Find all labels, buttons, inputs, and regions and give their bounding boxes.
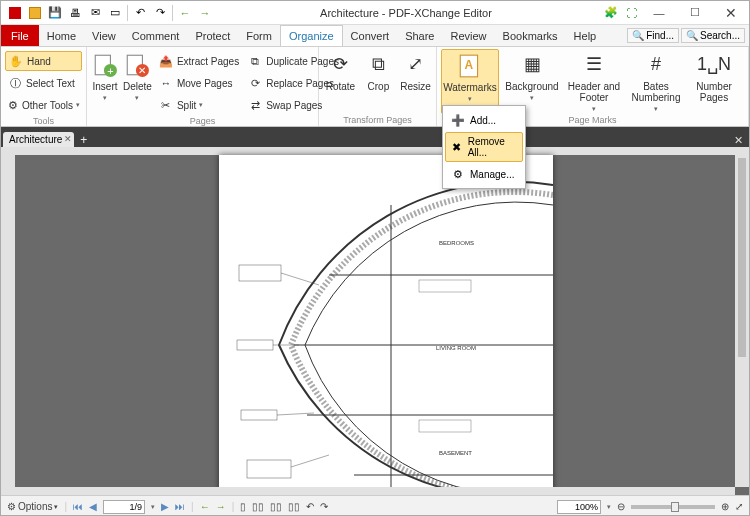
svg-text:A: A <box>465 58 474 72</box>
add-label: Add... <box>470 115 496 126</box>
nav-forward-button[interactable]: → <box>195 3 215 23</box>
new-tab-button[interactable]: + <box>74 133 93 147</box>
resize-button[interactable]: ⤢Resize <box>399 49 432 114</box>
minimize-button[interactable]: — <box>641 2 677 24</box>
titlebar: 💾 🖶 ✉ ▭ ↶ ↷ ← → Architecture - PDF-XChan… <box>1 1 749 25</box>
zoom-fit[interactable]: ⤢ <box>735 501 743 512</box>
zoom-in[interactable]: ⊕ <box>721 501 729 512</box>
page-input[interactable] <box>103 500 145 514</box>
nav-last[interactable]: ⏭ <box>175 501 185 512</box>
watermarks-manage[interactable]: ⚙Manage... <box>445 162 523 186</box>
menu-share[interactable]: Share <box>397 25 442 46</box>
ui-options-icon[interactable]: 🧩 <box>601 3 621 23</box>
maximize-button[interactable]: ☐ <box>677 2 713 24</box>
header-footer-button[interactable]: ☰Header and Footer <box>565 49 623 114</box>
ruler-horizontal <box>15 147 749 155</box>
insert-icon: + <box>91 51 119 79</box>
layout-rotate-l[interactable]: ↶ <box>306 501 314 512</box>
hand-tool[interactable]: ✋Hand <box>5 51 82 71</box>
nav-back-button[interactable]: ← <box>175 3 195 23</box>
delete-icon: ✕ <box>123 51 151 79</box>
label-basement: BASEMENT <box>439 450 472 456</box>
document-viewport[interactable]: BEDROOMS LIVING ROOM BASEMENT <box>1 147 749 495</box>
nav-back-status[interactable]: ← <box>200 501 210 512</box>
nav-first[interactable]: ⏮ <box>73 501 83 512</box>
resize-icon: ⤢ <box>401 51 429 79</box>
svg-rect-17 <box>241 410 277 420</box>
document-tab[interactable]: Architecture ✕ <box>3 132 74 147</box>
menu-organize[interactable]: Organize <box>280 25 343 46</box>
gear-icon: ⚙ <box>7 501 16 512</box>
close-button[interactable]: ✕ <box>713 2 749 24</box>
find-button[interactable]: 🔍Find... <box>627 28 679 43</box>
window-title: Architecture - PDF-XChange Editor <box>215 7 597 19</box>
scrollbar-vertical[interactable] <box>735 155 749 487</box>
zoom-slider[interactable] <box>631 505 715 509</box>
status-bar: ⚙Options▾ | ⏮ ◀ ▾ ▶ ⏭ | ← → | ▯ ▯▯ ▯▯ ▯▯… <box>1 495 749 516</box>
document-tabstrip: Architecture ✕ + ✕ <box>1 127 749 147</box>
crop-label: Crop <box>368 81 390 92</box>
header-footer-icon: ☰ <box>580 51 608 79</box>
group-label-pages: Pages <box>91 115 314 127</box>
menu-protect[interactable]: Protect <box>187 25 238 46</box>
menu-form[interactable]: Form <box>238 25 280 46</box>
layout-single[interactable]: ▯ <box>240 501 246 512</box>
zoom-input[interactable] <box>557 500 601 514</box>
other-tools[interactable]: ⚙Other Tools ▾ <box>5 95 82 115</box>
manage-label: Manage... <box>470 169 514 180</box>
number-pages-button[interactable]: 1␣NNumber Pages <box>689 49 739 114</box>
tabstrip-close[interactable]: ✕ <box>728 134 749 147</box>
select-text-tool[interactable]: ⒾSelect Text <box>5 73 82 93</box>
redo-button[interactable]: ↷ <box>150 3 170 23</box>
menu-review[interactable]: Review <box>442 25 494 46</box>
print-icon[interactable]: 🖶 <box>65 3 85 23</box>
hand-icon: ✋ <box>8 53 24 69</box>
nav-prev[interactable]: ◀ <box>89 501 97 512</box>
menu-bookmarks[interactable]: Bookmarks <box>495 25 566 46</box>
pdf-page[interactable]: BEDROOMS LIVING ROOM BASEMENT <box>219 155 553 493</box>
menu-convert[interactable]: Convert <box>343 25 398 46</box>
options-button[interactable]: ⚙Options▾ <box>7 501 58 512</box>
scan-icon[interactable]: ▭ <box>105 3 125 23</box>
svg-text:+: + <box>107 65 113 77</box>
insert-pages-button[interactable]: + Insert <box>91 49 119 115</box>
menu-help[interactable]: Help <box>566 25 605 46</box>
extract-pages[interactable]: 📤Extract Pages <box>156 51 241 71</box>
split-pages[interactable]: ✂Split ▾ <box>156 95 241 115</box>
other-label: Other Tools <box>22 100 73 111</box>
file-tab[interactable]: File <box>1 25 39 46</box>
svg-text:✕: ✕ <box>139 65 147 76</box>
menu-comment[interactable]: Comment <box>124 25 188 46</box>
number-icon: 1␣N <box>700 51 728 79</box>
move-pages[interactable]: ↔Move Pages <box>156 73 241 93</box>
nav-next[interactable]: ▶ <box>161 501 169 512</box>
watermarks-add[interactable]: ➕Add... <box>445 108 523 132</box>
menu-home[interactable]: Home <box>39 25 84 46</box>
rotate-button[interactable]: ⟳Rotate <box>323 49 358 114</box>
watermarks-remove-all[interactable]: ✖Remove All... <box>445 132 523 162</box>
layout-facing[interactable]: ▯▯ <box>270 501 282 512</box>
manage-icon: ⚙ <box>450 166 466 182</box>
layout-continuous[interactable]: ▯▯ <box>252 501 264 512</box>
crop-icon: ⧉ <box>364 51 392 79</box>
background-label: Background <box>505 81 558 92</box>
zoom-out[interactable]: ⊖ <box>617 501 625 512</box>
group-label-transform: Transform Pages <box>323 114 432 126</box>
search-button[interactable]: 🔍Search... <box>681 28 745 43</box>
open-icon[interactable] <box>25 3 45 23</box>
layout-rotate-r[interactable]: ↷ <box>320 501 328 512</box>
nav-fwd-status[interactable]: → <box>216 501 226 512</box>
undo-button[interactable]: ↶ <box>130 3 150 23</box>
delete-pages-button[interactable]: ✕ Delete <box>123 49 152 115</box>
rotate-label: Rotate <box>326 81 355 92</box>
email-icon[interactable]: ✉ <box>85 3 105 23</box>
crop-button[interactable]: ⧉Crop <box>362 49 395 114</box>
menu-view[interactable]: View <box>84 25 124 46</box>
quick-access-toolbar: 💾 🖶 ✉ ▭ ↶ ↷ ← → <box>1 3 215 23</box>
save-icon[interactable]: 💾 <box>45 3 65 23</box>
tab-close-icon[interactable]: ✕ <box>64 134 72 144</box>
launch-icon[interactable]: ⛶ <box>621 3 641 23</box>
layout-facing-cont[interactable]: ▯▯ <box>288 501 300 512</box>
bates-button[interactable]: #Bates Numbering <box>627 49 685 114</box>
scrollbar-horizontal[interactable] <box>15 487 735 495</box>
